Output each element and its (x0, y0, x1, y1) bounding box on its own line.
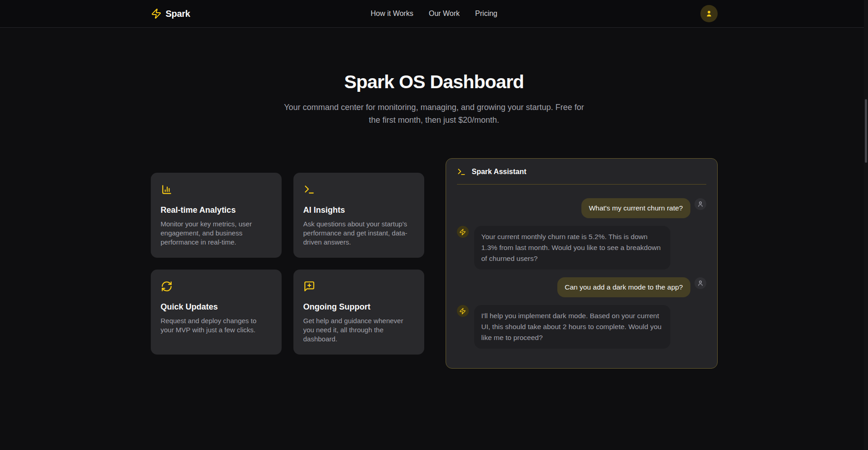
user-icon (697, 280, 704, 287)
navbar-container: Spark How it Works Our Work Pricing (144, 5, 725, 22)
feature-card-description: Get help and guidance whenever you need … (303, 316, 414, 344)
assistant-message-bubble: Your current monthly churn rate is 5.2%.… (474, 226, 670, 270)
brand-logo[interactable]: Spark (151, 8, 371, 19)
feature-cards-grid: Real-time Analytics Monitor your key met… (151, 173, 424, 355)
page-subtitle: Your command center for monitoring, mana… (280, 101, 589, 126)
feature-card-title: Real-time Analytics (161, 205, 272, 215)
user-icon (697, 200, 704, 208)
account-avatar-button[interactable] (700, 5, 718, 22)
feature-card-description: Request and deploy changes to your MVP w… (161, 316, 272, 335)
feature-card-realtime-analytics: Real-time Analytics Monitor your key met… (151, 173, 282, 258)
assistant-title: Spark Assistant (472, 168, 526, 176)
feature-card-description: Monitor your key metrics, user engagemen… (161, 220, 272, 247)
scrollbar-thumb[interactable] (865, 99, 867, 163)
top-navbar: Spark How it Works Our Work Pricing (0, 0, 868, 28)
feature-card-title: Quick Updates (161, 302, 272, 312)
chat-message-assistant: Your current monthly churn rate is 5.2%.… (457, 226, 706, 270)
assistant-message-bubble: I'll help you implement dark mode. Based… (474, 305, 670, 349)
brand-name: Spark (166, 9, 190, 19)
feature-card-ai-insights: AI Insights Ask questions about your sta… (293, 173, 424, 258)
spark-assistant-panel: Spark Assistant What's my current churn … (446, 158, 718, 369)
zap-icon (459, 308, 466, 315)
user-icon (704, 9, 714, 18)
assistant-header: Spark Assistant (457, 159, 706, 185)
terminal-icon (303, 184, 414, 195)
assistant-avatar (457, 305, 469, 317)
chat-message-user: What's my current churn rate? (457, 198, 706, 218)
main-row: Real-time Analytics Monitor your key met… (151, 158, 718, 369)
terminal-icon (457, 167, 466, 176)
nav-link-how-it-works[interactable]: How it Works (371, 10, 413, 18)
feature-card-ongoing-support: Ongoing Support Get help and guidance wh… (293, 270, 424, 355)
chat-message-assistant: I'll help you implement dark mode. Based… (457, 305, 706, 349)
feature-card-title: AI Insights (303, 205, 414, 215)
nav-link-our-work[interactable]: Our Work (429, 10, 460, 18)
refresh-icon (161, 280, 272, 292)
feature-card-quick-updates: Quick Updates Request and deploy changes… (151, 270, 282, 355)
user-avatar (694, 277, 706, 289)
page-content: Spark OS Dashboard Your command center f… (144, 71, 725, 369)
nav-right (497, 5, 718, 22)
feature-card-description: Ask questions about your startup's perfo… (303, 220, 414, 247)
page-title: Spark OS Dashboard (151, 71, 718, 93)
bar-chart-icon (161, 184, 272, 195)
user-avatar (694, 198, 706, 210)
user-message-bubble: Can you add a dark mode to the app? (557, 277, 690, 297)
user-message-bubble: What's my current churn rate? (581, 198, 690, 218)
assistant-avatar (457, 226, 469, 238)
feature-card-title: Ongoing Support (303, 302, 414, 312)
zap-icon (151, 8, 162, 19)
chat-message-user: Can you add a dark mode to the app? (457, 277, 706, 297)
zap-icon (459, 229, 466, 235)
message-square-plus-icon (303, 280, 414, 292)
scrollbar-track (864, 0, 868, 450)
chat-messages: What's my current churn rate? Your curre… (446, 185, 717, 360)
nav-link-pricing[interactable]: Pricing (475, 10, 497, 18)
nav-links: How it Works Our Work Pricing (371, 10, 497, 18)
